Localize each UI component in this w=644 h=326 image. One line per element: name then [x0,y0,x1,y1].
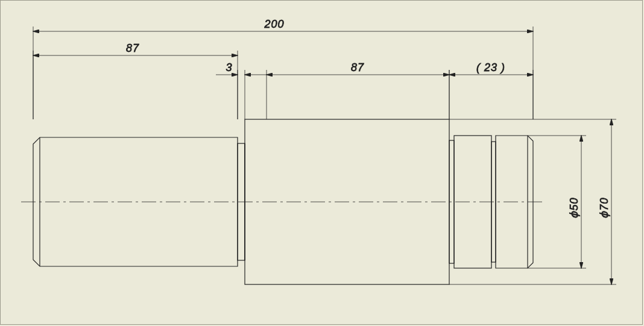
dim-3: 3 [216,61,267,119]
dim-23: ( 23 ) [449,61,533,119]
dim-87a: 87 [33,42,238,119]
dim-23-text: ( 23 ) [476,61,505,74]
dim-87a-text: 87 [126,42,139,54]
dim-87b-text: 87 [351,61,364,74]
dim-d50-text: ϕ50 [568,197,580,218]
dim-87b: 87 [267,61,449,119]
dim-d70-text: ϕ70 [598,197,610,218]
engineering-drawing: 200 87 3 87 ( [0,0,644,326]
dim-3-text: 3 [226,61,232,74]
dim-200-text: 200 [264,18,284,30]
dim-200: 200 [33,18,533,119]
